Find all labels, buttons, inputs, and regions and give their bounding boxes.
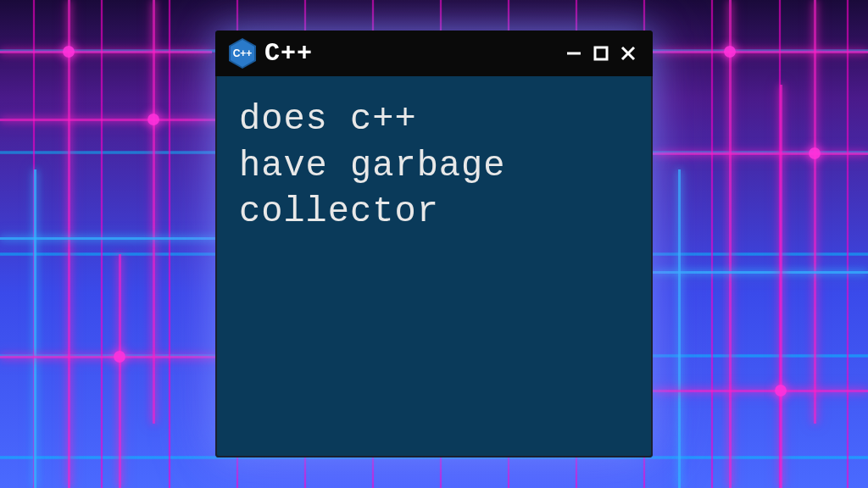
terminal-content: does c++ have garbage collector: [215, 76, 653, 256]
window-title: C++: [264, 39, 554, 68]
minimize-button[interactable]: [563, 42, 585, 64]
svg-rect-1: [595, 47, 607, 59]
cpp-icon: C++: [229, 38, 256, 69]
maximize-button[interactable]: [590, 42, 612, 64]
close-button[interactable]: [617, 42, 639, 64]
window-controls: [563, 42, 639, 64]
terminal-window: C++ C++ does c++ have garbage collector: [215, 30, 653, 458]
titlebar[interactable]: C++ C++: [215, 30, 653, 76]
